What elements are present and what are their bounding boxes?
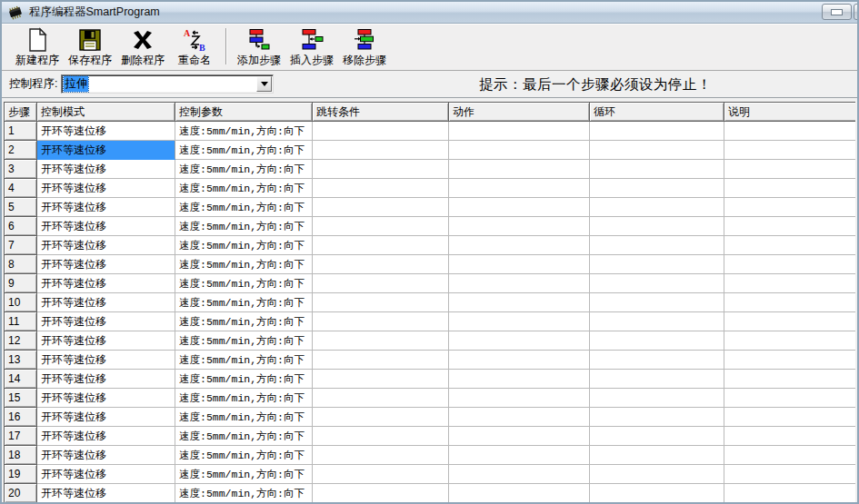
cell-loop[interactable]: [590, 255, 724, 274]
cell-step-number[interactable]: 20: [5, 484, 37, 503]
cell-control-mode[interactable]: 开环等速位移: [37, 255, 175, 274]
cell-jump-condition[interactable]: [313, 389, 449, 408]
cell-control-mode[interactable]: 开环等速位移: [37, 198, 175, 217]
cell-step-number[interactable]: 4: [5, 179, 37, 198]
cell-control-params[interactable]: 速度:5mm/min,方向:向下: [175, 274, 313, 293]
cell-control-params[interactable]: 速度:5mm/min,方向:向下: [175, 312, 313, 331]
cell-jump-condition[interactable]: [313, 274, 449, 293]
cell-description[interactable]: [724, 408, 856, 427]
cell-step-number[interactable]: 11: [5, 312, 37, 331]
cell-step-number[interactable]: 19: [5, 465, 37, 484]
cell-loop[interactable]: [590, 293, 724, 312]
insert-step-button[interactable]: 插入步骤: [285, 25, 338, 70]
cell-jump-condition[interactable]: [313, 370, 449, 389]
cell-control-params[interactable]: 速度:5mm/min,方向:向下: [175, 236, 313, 255]
cell-action[interactable]: [449, 122, 590, 141]
header-mode[interactable]: 控制模式: [37, 103, 175, 122]
cell-description[interactable]: [724, 160, 856, 179]
title-bar[interactable]: 程序编程器SmartProgram: [2, 2, 857, 24]
cell-description[interactable]: [724, 465, 856, 484]
cell-control-mode[interactable]: 开环等速位移: [37, 122, 175, 141]
cell-step-number[interactable]: 14: [5, 370, 37, 389]
cell-action[interactable]: [449, 179, 590, 198]
maximize-button[interactable]: [854, 4, 859, 20]
cell-action[interactable]: [449, 484, 590, 503]
cell-control-mode[interactable]: 开环等速位移: [37, 465, 175, 484]
cell-jump-condition[interactable]: [313, 122, 449, 141]
cell-control-params[interactable]: 速度:5mm/min,方向:向下: [175, 389, 313, 408]
cell-description[interactable]: [724, 351, 856, 370]
cell-step-number[interactable]: 6: [5, 217, 37, 236]
cell-step-number[interactable]: 15: [5, 389, 37, 408]
cell-loop[interactable]: [590, 408, 724, 427]
cell-control-params[interactable]: 速度:5mm/min,方向:向下: [175, 370, 313, 389]
cell-control-mode[interactable]: 开环等速位移: [37, 293, 175, 312]
cell-description[interactable]: [724, 179, 856, 198]
cell-step-number[interactable]: 8: [5, 255, 37, 274]
save-program-button[interactable]: 保存程序: [64, 25, 116, 70]
cell-loop[interactable]: [590, 141, 724, 160]
cell-loop[interactable]: [590, 446, 724, 465]
cell-step-number[interactable]: 12: [5, 331, 37, 351]
cell-jump-condition[interactable]: [313, 293, 449, 312]
cell-control-params[interactable]: 速度:5mm/min,方向:向下: [175, 484, 313, 503]
cell-control-mode[interactable]: 开环等速位移: [37, 274, 175, 293]
cell-control-params[interactable]: 速度:5mm/min,方向:向下: [175, 198, 313, 217]
cell-jump-condition[interactable]: [313, 446, 449, 465]
cell-action[interactable]: [449, 427, 590, 446]
cell-description[interactable]: [724, 370, 856, 389]
delete-program-button[interactable]: 删除程序: [116, 25, 169, 70]
cell-control-params[interactable]: 速度:5mm/min,方向:向下: [175, 408, 313, 427]
cell-action[interactable]: [449, 255, 590, 274]
cell-jump-condition[interactable]: [313, 351, 449, 370]
cell-loop[interactable]: [590, 179, 724, 198]
cell-loop[interactable]: [590, 122, 724, 141]
cell-loop[interactable]: [590, 274, 724, 293]
cell-loop[interactable]: [590, 370, 724, 389]
cell-loop[interactable]: [590, 351, 724, 370]
cell-step-number[interactable]: 3: [5, 160, 37, 179]
add-step-button[interactable]: 添加步骤: [233, 25, 285, 70]
cell-control-mode[interactable]: 开环等速位移: [37, 389, 175, 408]
cell-description[interactable]: [724, 331, 856, 351]
minimize-button[interactable]: [822, 4, 852, 20]
cell-step-number[interactable]: 5: [5, 198, 37, 217]
cell-description[interactable]: [724, 141, 856, 160]
cell-control-mode[interactable]: 开环等速位移: [37, 408, 175, 427]
cell-control-params[interactable]: 速度:5mm/min,方向:向下: [175, 465, 313, 484]
header-jump[interactable]: 跳转条件: [313, 103, 449, 122]
cell-control-mode[interactable]: 开环等速位移: [37, 331, 175, 351]
cell-jump-condition[interactable]: [313, 427, 449, 446]
cell-control-params[interactable]: 速度:5mm/min,方向:向下: [175, 255, 313, 274]
cell-control-params[interactable]: 速度:5mm/min,方向:向下: [175, 351, 313, 370]
cell-action[interactable]: [449, 293, 590, 312]
cell-jump-condition[interactable]: [313, 484, 449, 503]
header-desc[interactable]: 说明: [724, 103, 856, 122]
cell-jump-condition[interactable]: [313, 312, 449, 331]
cell-jump-condition[interactable]: [313, 198, 449, 217]
cell-control-params[interactable]: 速度:5mm/min,方向:向下: [175, 293, 313, 312]
cell-loop[interactable]: [590, 217, 724, 236]
cell-control-mode[interactable]: 开环等速位移: [37, 446, 175, 465]
cell-description[interactable]: [724, 122, 856, 141]
cell-jump-condition[interactable]: [313, 141, 449, 160]
cell-control-params[interactable]: 速度:5mm/min,方向:向下: [175, 331, 313, 351]
cell-action[interactable]: [449, 465, 590, 484]
cell-loop[interactable]: [590, 465, 724, 484]
cell-control-mode[interactable]: 开环等速位移: [37, 179, 175, 198]
cell-description[interactable]: [724, 484, 856, 503]
cell-description[interactable]: [724, 217, 856, 236]
cell-action[interactable]: [449, 446, 590, 465]
cell-action[interactable]: [449, 141, 590, 160]
cell-control-params[interactable]: 速度:5mm/min,方向:向下: [175, 122, 313, 141]
cell-control-mode[interactable]: 开环等速位移: [37, 141, 175, 160]
cell-step-number[interactable]: 9: [5, 274, 37, 293]
header-loop[interactable]: 循环: [590, 103, 724, 122]
cell-description[interactable]: [724, 236, 856, 255]
cell-control-mode[interactable]: 开环等速位移: [37, 236, 175, 255]
cell-step-number[interactable]: 7: [5, 236, 37, 255]
cell-loop[interactable]: [590, 389, 724, 408]
header-step[interactable]: 步骤: [5, 103, 37, 122]
header-params[interactable]: 控制参数: [175, 103, 313, 122]
cell-control-params[interactable]: 速度:5mm/min,方向:向下: [175, 217, 313, 236]
